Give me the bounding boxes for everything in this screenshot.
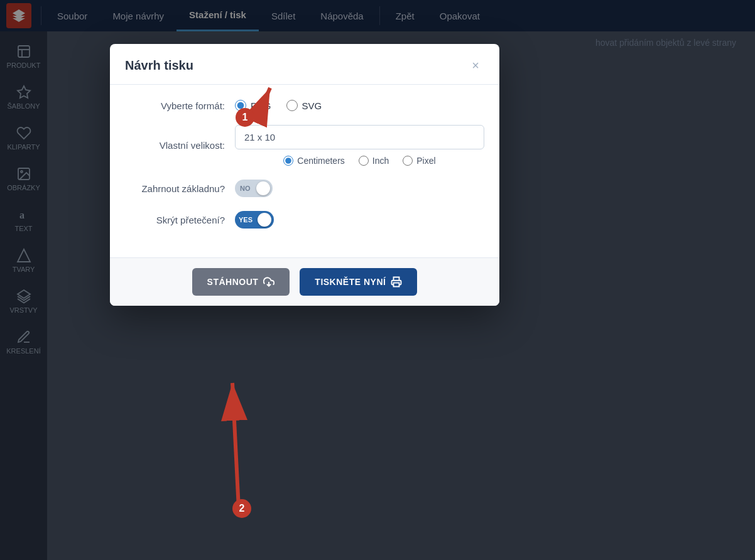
- cloud-icon: [263, 276, 274, 288]
- format-option-svg[interactable]: SVG: [286, 100, 322, 111]
- unit-option-cm[interactable]: Centimeters: [283, 156, 344, 166]
- unit-radio-inch[interactable]: [359, 156, 369, 166]
- toggle-track-on: [235, 211, 274, 229]
- unit-radio-cm[interactable]: [283, 156, 293, 166]
- size-row: Vlastní velikost: Centimeters Inch: [125, 125, 484, 166]
- print-button[interactable]: TISKNĚTE NYNÍ: [300, 268, 417, 296]
- dialog-header: Návrh tisku ×: [110, 44, 499, 85]
- modal-overlay: Návrh tisku × Vyberte formát: PNG SVG: [0, 0, 755, 560]
- print-icon: [391, 276, 402, 288]
- dialog-footer: STÁHNOUT TISKNĚTE NYNÍ: [110, 257, 499, 306]
- unit-radio-pixel[interactable]: [403, 156, 413, 166]
- hide-overflow-row: Skrýt přetečení? YES: [125, 211, 484, 229]
- toggle-thumb: [256, 181, 270, 195]
- format-radio-png[interactable]: [235, 100, 246, 111]
- include-base-row: Zahrnout základnu? NO: [125, 180, 484, 197]
- format-option-png[interactable]: PNG: [235, 100, 271, 111]
- unit-group: Centimeters Inch Pixel: [235, 156, 484, 166]
- format-radio-svg[interactable]: [286, 100, 298, 111]
- download-button[interactable]: STÁHNOUT: [192, 268, 290, 296]
- print-dialog: Návrh tisku × Vyberte formát: PNG SVG: [110, 44, 499, 306]
- hide-overflow-control: YES: [235, 211, 484, 229]
- hide-overflow-label: Skrýt přetečení?: [125, 215, 235, 225]
- dialog-title: Návrh tisku: [125, 58, 193, 73]
- include-base-label: Zahrnout základnu?: [125, 183, 235, 194]
- svg-rect-8: [394, 283, 399, 287]
- toggle-track-off: [235, 180, 273, 197]
- hide-overflow-toggle[interactable]: YES: [235, 211, 274, 229]
- size-input[interactable]: [235, 125, 484, 149]
- unit-option-inch[interactable]: Inch: [359, 156, 389, 166]
- unit-option-pixel[interactable]: Pixel: [403, 156, 435, 166]
- size-control: Centimeters Inch Pixel: [235, 125, 484, 166]
- include-base-toggle[interactable]: NO: [235, 180, 273, 197]
- size-label: Vlastní velikost:: [125, 140, 235, 151]
- toggle-thumb-yes: [258, 213, 271, 227]
- format-label: Vyberte formát:: [125, 100, 235, 111]
- dialog-body: Vyberte formát: PNG SVG Vlastní velikost…: [110, 85, 499, 257]
- close-button[interactable]: ×: [467, 57, 484, 74]
- format-radio-group: PNG SVG: [235, 100, 484, 111]
- format-row: Vyberte formát: PNG SVG: [125, 100, 484, 111]
- include-base-control: NO: [235, 180, 484, 197]
